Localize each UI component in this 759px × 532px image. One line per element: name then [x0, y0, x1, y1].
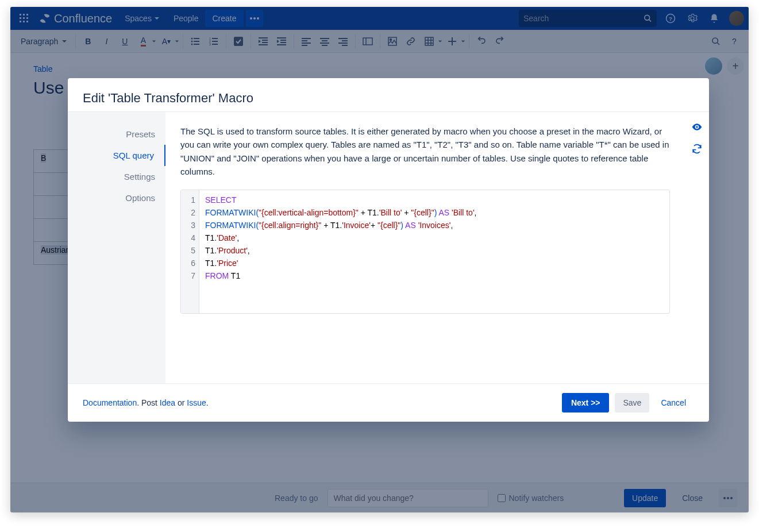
footer-links: Documentation. Post Idea or Issue.: [83, 398, 209, 407]
next-button[interactable]: Next >>: [562, 393, 610, 413]
tab-presets[interactable]: Presets: [68, 124, 165, 145]
save-button[interactable]: Save: [615, 393, 649, 413]
idea-link[interactable]: Idea: [160, 398, 175, 407]
dialog-sidebar: Presets SQL query Settings Options: [68, 112, 165, 383]
dialog-footer: Documentation. Post Idea or Issue. Next …: [68, 383, 709, 422]
documentation-link[interactable]: Documentation: [83, 398, 137, 407]
macro-edit-dialog: Edit 'Table Transformer' Macro Presets S…: [68, 78, 709, 422]
line-gutter: 1234567: [181, 190, 199, 313]
cancel-button[interactable]: Cancel: [653, 393, 694, 413]
tab-settings[interactable]: Settings: [68, 166, 165, 187]
tab-options[interactable]: Options: [68, 187, 165, 209]
refresh-icon[interactable]: [690, 142, 704, 156]
sql-description: The SQL is used to transform source tabl…: [180, 125, 670, 178]
issue-link[interactable]: Issue: [187, 398, 206, 407]
tab-sql-query[interactable]: SQL query: [68, 145, 165, 166]
dialog-main-panel: The SQL is used to transform source tabl…: [165, 112, 685, 383]
svg-point-65: [696, 126, 698, 128]
dialog-side-actions: [685, 112, 709, 383]
dialog-title: Edit 'Table Transformer' Macro: [68, 78, 709, 111]
sql-code[interactable]: SELECTFORMATWIKI("{cell:vertical-align=b…: [199, 190, 669, 313]
preview-icon[interactable]: [690, 120, 704, 134]
sql-editor[interactable]: 1234567 SELECTFORMATWIKI("{cell:vertical…: [180, 190, 670, 314]
